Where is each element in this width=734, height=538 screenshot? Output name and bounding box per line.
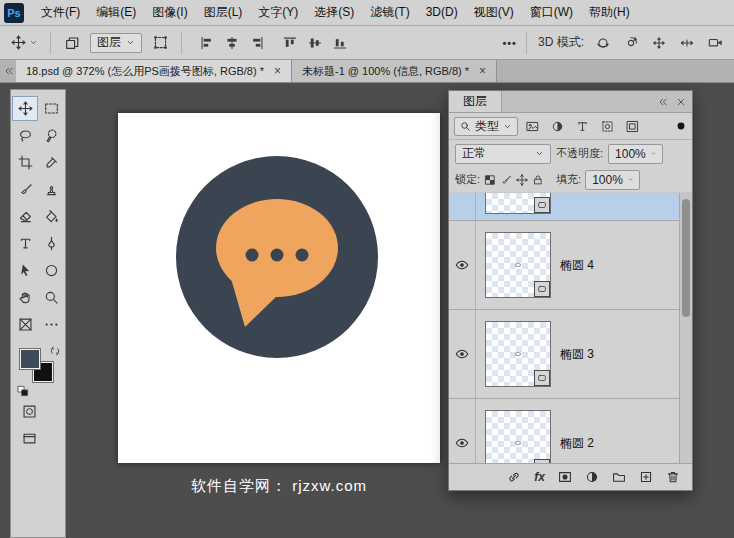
new-group-button[interactable] [612,470,626,484]
crop-tool[interactable] [12,150,38,175]
align-center-v-button[interactable] [304,32,326,54]
layer-thumbnail[interactable] [485,410,551,463]
path-select-tool[interactable] [12,258,38,283]
lock-transparency-button[interactable] [484,174,496,186]
layer-thumbnail[interactable] [485,321,551,387]
eraser-tool[interactable] [12,204,38,229]
align-right-button[interactable] [246,32,268,54]
move-tool[interactable] [12,96,38,121]
layer-list-scrollbar[interactable] [679,193,692,463]
lock-pixels-button[interactable] [500,174,512,186]
menu-edit[interactable]: 编辑(E) [88,0,144,25]
pen-tool[interactable] [38,231,64,256]
eyedropper-tool[interactable] [38,150,64,175]
collapse-docks-icon[interactable] [4,66,14,76]
menu-layer[interactable]: 图层(L) [196,0,251,25]
menu-file[interactable]: 文件(F) [33,0,88,25]
adjustment-layer-button[interactable] [585,470,599,484]
zoom-tool[interactable] [38,285,64,310]
3d-slide-button[interactable] [676,32,698,54]
document-tab-active[interactable]: 18.psd @ 372% (怎么用PS画拨号图标, RGB/8) * × [16,60,292,82]
marquee-tool[interactable] [38,96,64,121]
filter-smart-object-button[interactable] [622,117,643,136]
menu-select[interactable]: 选择(S) [306,0,362,25]
foreground-color-swatch[interactable] [20,349,40,369]
panel-collapse-icon[interactable] [658,97,668,107]
type-tool[interactable] [12,231,38,256]
shape-preview-mark [515,263,521,267]
layer-thumbnail[interactable] [485,193,551,214]
clone-stamp-tool[interactable] [38,177,64,202]
layer-row-selected-partial[interactable] [449,193,692,221]
add-mask-button[interactable] [558,470,572,484]
link-layers-button[interactable] [507,470,521,484]
filter-image-button[interactable] [522,117,543,136]
panel-close-icon[interactable] [676,97,686,107]
fill-dropdown[interactable]: 100% [585,170,640,190]
filter-type-dropdown[interactable]: 类型 [454,117,518,136]
options-overflow-button[interactable]: ••• [502,37,517,49]
menu-3d[interactable]: 3D(D) [418,0,466,25]
menu-view[interactable]: 视图(V) [466,0,522,25]
filter-type-button[interactable] [572,117,593,136]
3d-rotate-button[interactable] [592,32,614,54]
screen-mode-button[interactable] [16,426,42,451]
chevron-down-icon [29,38,38,47]
auto-select-toggle[interactable] [60,31,84,55]
visibility-eye-icon[interactable] [455,347,469,361]
align-center-h-button[interactable] [221,32,243,54]
align-top-button[interactable] [279,32,301,54]
new-layer-button[interactable] [639,470,653,484]
lock-position-button[interactable] [516,174,528,186]
scrollbar-thumb[interactable] [682,199,690,317]
3d-roll-button[interactable] [620,32,642,54]
quick-mask-button[interactable] [16,399,42,424]
filter-adjustment-button[interactable] [547,117,568,136]
filter-shape-button[interactable] [597,117,618,136]
blend-mode-dropdown[interactable]: 正常 [455,144,551,164]
visibility-eye-icon[interactable] [455,258,469,272]
quick-select-tool[interactable] [38,123,64,148]
opacity-dropdown[interactable]: 100% [608,144,663,164]
layers-panel-tab[interactable]: 图层 [449,91,502,112]
menu-image[interactable]: 图像(I) [144,0,195,25]
document-tab-inactive[interactable]: 未标题-1 @ 100% (信息, RGB/8) * × [292,60,497,82]
canvas[interactable] [118,113,440,463]
edit-toolbar-button[interactable] [38,312,64,337]
menu-window[interactable]: 窗口(W) [522,0,581,25]
3d-scale-button[interactable] [704,32,726,54]
current-tool-button[interactable] [8,33,41,52]
menu-help[interactable]: 帮助(H) [581,0,638,25]
align-bottom-button[interactable] [329,32,351,54]
lock-all-button[interactable] [532,174,544,186]
lasso-tool[interactable] [12,123,38,148]
default-colors-icon[interactable] [17,385,29,397]
visibility-column[interactable] [449,221,476,309]
paint-bucket-tool[interactable] [38,204,64,229]
menu-filter[interactable]: 滤镜(T) [362,0,417,25]
layer-row[interactable]: 椭圆 2 [449,399,692,463]
auto-select-target-dropdown[interactable]: 图层 [90,33,142,53]
layer-row[interactable]: 椭圆 4 [449,221,692,310]
swap-colors-icon[interactable] [49,345,61,357]
3d-drag-button[interactable] [648,32,670,54]
hand-tool[interactable] [12,285,38,310]
visibility-column[interactable] [449,399,476,463]
frame-tool[interactable] [12,312,38,337]
layer-thumbnail[interactable] [485,232,551,298]
ellipse-tool[interactable] [38,258,64,283]
layer-style-button[interactable]: fx [534,470,545,484]
visibility-column[interactable] [449,193,476,220]
menu-type[interactable]: 文字(Y) [250,0,306,25]
transform-controls-toggle[interactable] [148,31,172,55]
visibility-eye-icon[interactable] [455,436,469,450]
filter-toggle-button[interactable] [675,120,687,132]
close-icon[interactable]: × [479,64,486,78]
layer-row[interactable]: 椭圆 3 [449,310,692,399]
close-icon[interactable]: × [274,64,281,78]
align-left-button[interactable] [196,32,218,54]
filter-toggle-icon [675,120,687,132]
brush-tool[interactable] [12,177,38,202]
visibility-column[interactable] [449,310,476,398]
delete-layer-button[interactable] [666,470,680,484]
